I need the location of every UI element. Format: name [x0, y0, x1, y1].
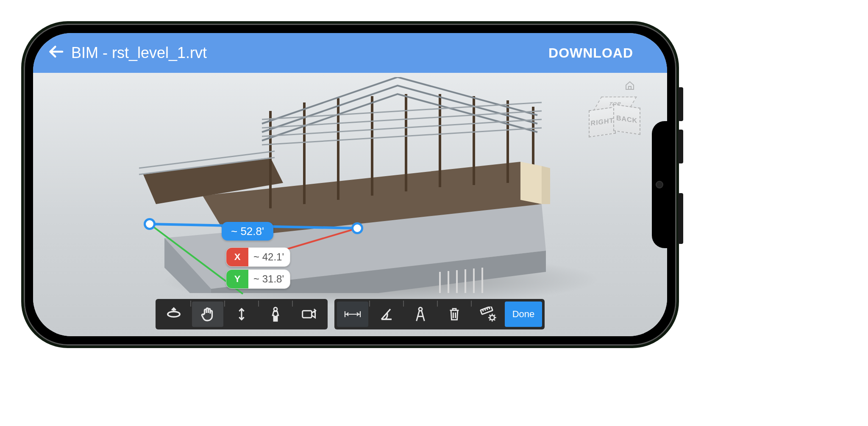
phone-frame: BIM - rst_level_1.rvt DOWNLOAD	[21, 21, 679, 348]
svg-line-43	[489, 307, 490, 309]
svg-marker-21	[520, 162, 542, 204]
app-header: BIM - rst_level_1.rvt DOWNLOAD	[33, 33, 667, 73]
measurement-y: Y ~ 31.8'	[226, 269, 290, 289]
svg-line-51	[494, 315, 495, 315]
model-viewport[interactable]: TOP RIGHT BACK ~ 52.8' X ~ 42.1'	[33, 73, 667, 336]
measure-point-b[interactable]	[351, 222, 363, 234]
measurement-x-tag: X	[226, 248, 248, 266]
toolbar-row: Done	[33, 299, 667, 329]
download-button[interactable]: DOWNLOAD	[548, 45, 633, 61]
volume-down-button	[678, 130, 683, 163]
calibrate-button[interactable]	[405, 302, 436, 327]
first-person-button[interactable]	[260, 302, 291, 327]
svg-line-40	[482, 309, 483, 311]
front-camera	[656, 181, 663, 188]
svg-rect-34	[302, 311, 312, 318]
compass-icon	[414, 306, 427, 322]
pan-button[interactable]	[192, 302, 223, 327]
done-button[interactable]: Done	[505, 302, 542, 327]
power-button	[678, 193, 683, 244]
updown-arrow-icon	[234, 307, 249, 321]
measurement-overlay: ~ 52.8' X ~ 42.1' Y ~ 31.8'	[150, 222, 366, 298]
ruler-gear-icon	[480, 307, 497, 322]
svg-point-32	[167, 312, 180, 317]
svg-line-50	[494, 320, 495, 321]
svg-point-33	[274, 307, 277, 311]
hand-icon	[200, 307, 215, 322]
orbit-button[interactable]	[158, 302, 189, 327]
zoom-button[interactable]	[226, 302, 257, 327]
svg-point-38	[419, 307, 422, 311]
svg-line-42	[487, 308, 487, 310]
screen: BIM - rst_level_1.rvt DOWNLOAD	[33, 33, 667, 336]
viewcube-back[interactable]: BACK	[613, 104, 640, 135]
distance-button[interactable]	[337, 302, 368, 327]
viewcube-right[interactable]: RIGHT	[589, 107, 616, 138]
svg-point-44	[490, 315, 495, 320]
page-title: BIM - rst_level_1.rvt	[71, 44, 207, 62]
person-icon	[269, 306, 282, 322]
measurement-x-value: ~ 42.1'	[253, 251, 284, 263]
measure-toolbar: Done	[334, 299, 545, 329]
camera-icon	[301, 307, 317, 321]
measurement-total[interactable]: ~ 52.8'	[222, 222, 273, 241]
measure-point-a[interactable]	[144, 218, 156, 230]
measurement-x: X ~ 42.1'	[226, 247, 290, 267]
home-icon[interactable]	[582, 80, 637, 93]
svg-line-49	[489, 315, 490, 315]
orbit-icon	[166, 306, 182, 322]
measurement-y-tag: Y	[226, 270, 248, 288]
volume-up-button	[678, 87, 683, 121]
svg-line-41	[484, 309, 485, 311]
delete-button[interactable]	[439, 302, 470, 327]
settings-button[interactable]	[473, 302, 504, 327]
arrow-left-icon	[47, 43, 64, 60]
measurement-y-value: ~ 31.8'	[253, 273, 284, 285]
svg-marker-22	[542, 166, 550, 204]
camera-button[interactable]	[294, 302, 325, 327]
angle-icon	[379, 307, 394, 322]
phone-notch	[652, 121, 667, 248]
svg-rect-39	[480, 307, 492, 314]
back-button[interactable]	[47, 43, 69, 63]
trash-icon	[448, 307, 461, 321]
viewcube[interactable]: TOP RIGHT BACK	[582, 80, 637, 137]
svg-line-52	[489, 320, 490, 321]
angle-button[interactable]	[371, 302, 402, 327]
nav-toolbar	[156, 299, 328, 329]
distance-icon	[343, 308, 362, 321]
